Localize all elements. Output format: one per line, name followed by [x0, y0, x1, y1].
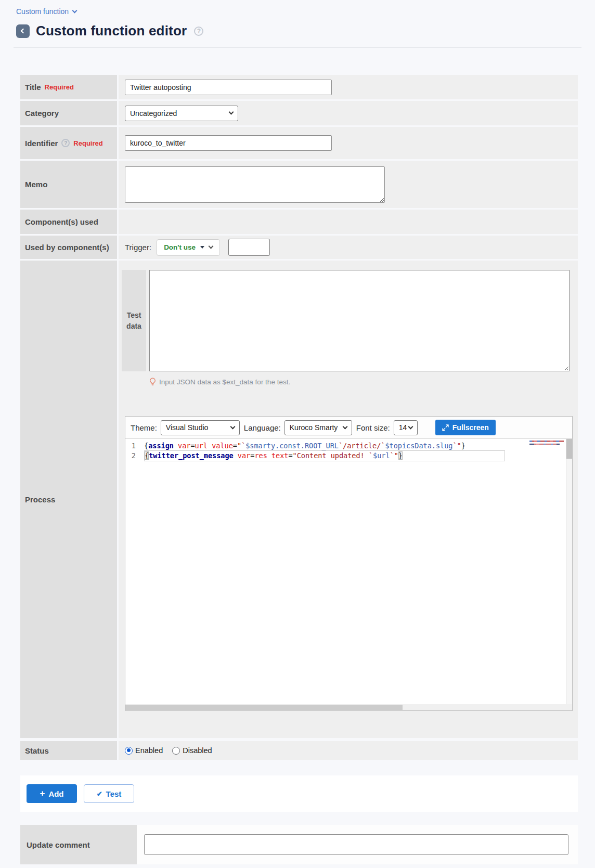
memo-textarea[interactable]	[125, 166, 385, 203]
language-label: Language:	[244, 423, 281, 432]
fontsize-label: Font size:	[356, 423, 390, 432]
form-row-identifier: Identifier ? Required	[20, 127, 578, 159]
breadcrumb[interactable]: Custom function	[0, 0, 76, 16]
editor-toolbar: Theme: Visual Studio Language: Kuroco Sm…	[125, 417, 572, 439]
minimap	[529, 441, 564, 446]
form-row-used-by: Used by component(s) Trigger: Don't use	[20, 236, 578, 259]
caret-down-icon	[200, 246, 204, 249]
check-icon: ✔	[97, 790, 102, 798]
update-comment-input[interactable]	[144, 834, 568, 855]
test-data-textarea[interactable]	[149, 270, 570, 371]
vertical-scrollbar[interactable]	[566, 439, 572, 704]
title-input[interactable]	[125, 80, 332, 95]
required-badge: Required	[73, 139, 102, 147]
page: Custom function Custom function editor ?…	[0, 0, 595, 864]
components-used-value	[119, 210, 578, 234]
add-button[interactable]: + Add	[27, 784, 77, 803]
trigger-select-button[interactable]: Don't use	[157, 239, 220, 256]
fontsize-select[interactable]: 14	[394, 420, 418, 435]
required-badge: Required	[45, 83, 74, 91]
process-label: Process	[20, 261, 117, 738]
chevron-down-icon	[230, 424, 235, 429]
test-data-label: Test data	[122, 270, 146, 371]
theme-label: Theme:	[131, 423, 157, 432]
components-used-label: Component(s) used	[20, 210, 117, 234]
code-lines: 1{assign var=url value="`$smarty.const.R…	[125, 439, 572, 461]
test-button[interactable]: ✔ Test	[84, 784, 134, 803]
back-button[interactable]	[16, 24, 30, 38]
used-by-label: Used by component(s)	[20, 236, 117, 259]
title-label: Title Required	[20, 75, 117, 99]
form-row-memo: Memo	[20, 161, 578, 208]
page-title: Custom function editor	[36, 23, 187, 39]
memo-label: Memo	[20, 161, 117, 208]
fullscreen-button[interactable]: Fullscreen	[435, 420, 496, 435]
radio-enabled[interactable]: Enabled	[125, 746, 163, 755]
action-bar: + Add ✔ Test	[20, 775, 578, 812]
form-row-category: Category Uncategorized	[20, 101, 578, 125]
identifier-input[interactable]	[125, 135, 332, 151]
trigger-label: Trigger:	[125, 243, 151, 252]
code-line[interactable]: 1{assign var=url value="`$smarty.const.R…	[125, 441, 572, 451]
form-row-process: Process Test data Input JSON data as $ex…	[20, 261, 578, 738]
trigger-extra-input[interactable]	[228, 239, 270, 256]
update-comment-section: Update comment	[20, 825, 578, 864]
code-editor: Theme: Visual Studio Language: Kuroco Sm…	[125, 416, 573, 711]
test-data-hint: Input JSON data as $ext_data for the tes…	[149, 378, 578, 386]
chevron-down-icon	[209, 244, 214, 249]
lightbulb-icon	[149, 378, 156, 386]
chevron-down-icon	[229, 109, 234, 114]
horizontal-scrollbar[interactable]	[125, 704, 572, 710]
horizontal-scrollbar-thumb[interactable]	[125, 705, 403, 710]
chevron-down-icon	[342, 424, 347, 429]
chevron-down-icon	[408, 424, 413, 429]
plus-icon: +	[40, 789, 45, 798]
radio-unselected-icon	[172, 747, 180, 755]
custom-function-form: Title Required Category Uncategorized Id…	[20, 75, 578, 760]
form-row-components-used: Component(s) used	[20, 210, 578, 234]
page-header: Custom function editor ?	[0, 16, 595, 39]
form-row-title: Title Required	[20, 75, 578, 99]
header-divider	[14, 47, 581, 48]
identifier-label: Identifier ? Required	[20, 127, 117, 159]
theme-select[interactable]: Visual Studio	[161, 420, 240, 435]
update-comment-label: Update comment	[20, 825, 137, 864]
chevron-left-icon	[21, 28, 26, 33]
fullscreen-icon	[442, 424, 449, 431]
help-icon[interactable]: ?	[194, 27, 203, 36]
status-label: Status	[20, 741, 117, 760]
category-select[interactable]: Uncategorized	[125, 106, 238, 121]
category-label: Category	[20, 101, 117, 125]
radio-selected-icon	[125, 747, 133, 755]
code-line[interactable]: 2{twitter_post_message var=res text="Con…	[125, 451, 572, 461]
form-row-status: Status Enabled Disabled	[20, 741, 578, 760]
help-icon[interactable]: ?	[61, 139, 70, 147]
vertical-scrollbar-thumb[interactable]	[566, 439, 572, 459]
chevron-down-icon	[72, 8, 77, 14]
language-select[interactable]: Kuroco Smarty	[284, 420, 352, 435]
breadcrumb-label: Custom function	[16, 7, 69, 16]
radio-disabled[interactable]: Disabled	[172, 746, 212, 755]
code-area[interactable]: 1{assign var=url value="`$smarty.const.R…	[125, 439, 572, 704]
